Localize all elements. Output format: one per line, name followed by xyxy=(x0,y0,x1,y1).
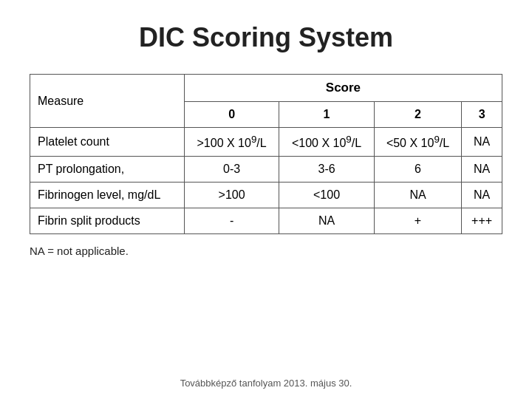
cell-0-0: >100 X 109/L xyxy=(184,128,279,157)
cell-2-2: NA xyxy=(374,183,462,208)
cell-2-0: >100 xyxy=(184,183,279,208)
cell-2-1: <100 xyxy=(279,183,374,208)
scoring-table: Measure Score 0 1 2 3 Platelet count>100… xyxy=(30,74,502,234)
measure-cell-2: Fibrinogen level, mg/dL xyxy=(30,183,185,208)
col-header-1: 1 xyxy=(279,102,374,128)
cell-1-1: 3-6 xyxy=(279,157,374,183)
cell-3-1: NA xyxy=(279,208,374,234)
col-header-2: 2 xyxy=(374,102,462,128)
measure-cell-3: Fibrin split products xyxy=(30,208,185,234)
score-header: Score xyxy=(184,75,502,102)
bottom-text: Továbbképző tanfolyam 2013. május 30. xyxy=(0,378,532,389)
footnote: NA = not applicable. xyxy=(30,245,502,257)
measure-header: Measure xyxy=(30,75,185,128)
cell-3-0: - xyxy=(184,208,279,234)
cell-3-2: + xyxy=(374,208,462,234)
col-header-0: 0 xyxy=(184,102,279,128)
page-title: DIC Scoring System xyxy=(139,22,393,53)
measure-cell-0: Platelet count xyxy=(30,128,185,157)
col-header-3: 3 xyxy=(462,102,502,128)
cell-1-2: 6 xyxy=(374,157,462,183)
cell-0-2: <50 X 109/L xyxy=(374,128,462,157)
table-wrapper: Measure Score 0 1 2 3 Platelet count>100… xyxy=(30,74,502,257)
cell-1-3: NA xyxy=(462,157,502,183)
measure-cell-1: PT prolongation, xyxy=(30,157,185,183)
cell-2-3: NA xyxy=(462,183,502,208)
cell-3-3: +++ xyxy=(462,208,502,234)
cell-0-3: NA xyxy=(462,128,502,157)
cell-0-1: <100 X 109/L xyxy=(279,128,374,157)
cell-1-0: 0-3 xyxy=(184,157,279,183)
